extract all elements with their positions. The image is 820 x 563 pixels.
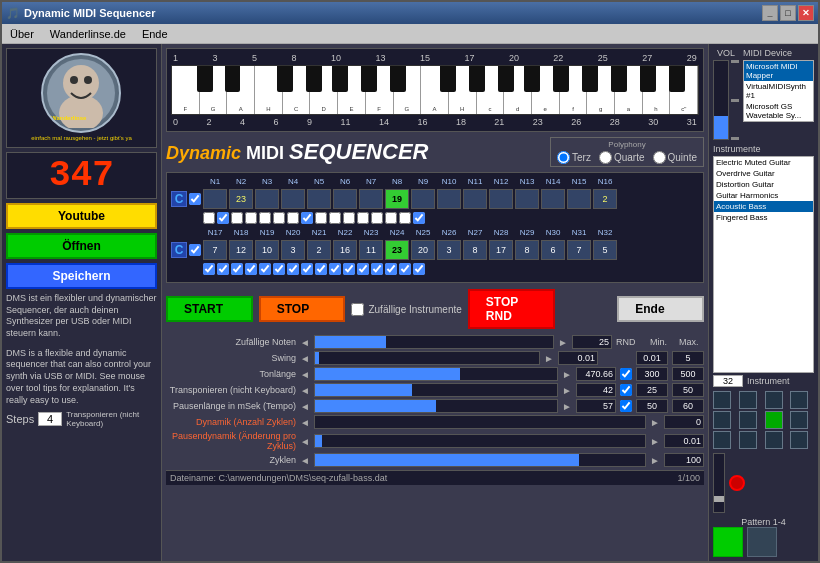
seq-cell-1-8[interactable]: 19 xyxy=(385,189,409,209)
seq-cell-2-7[interactable]: 11 xyxy=(359,240,383,260)
seq-note-cb-2-9[interactable] xyxy=(315,263,327,275)
slider-cb-tonlaenge[interactable] xyxy=(620,368,632,380)
seq-cell-1-14[interactable] xyxy=(541,189,565,209)
instrumente-item-1[interactable]: Overdrive Guitar xyxy=(714,168,813,179)
polyphony-terz[interactable]: Terz xyxy=(557,151,591,164)
black-key-8[interactable] xyxy=(440,66,456,92)
seq-cell-2-8[interactable]: 23 xyxy=(385,240,409,260)
youtube-button[interactable]: Youtube xyxy=(6,203,157,229)
seq-cell-2-14[interactable]: 6 xyxy=(541,240,565,260)
menu-uber[interactable]: Über xyxy=(6,28,38,40)
grid-btn-11[interactable] xyxy=(765,431,783,449)
seq-note-cb-2-11[interactable] xyxy=(343,263,355,275)
instrumente-item-2[interactable]: Distortion Guitar xyxy=(714,179,813,190)
instrumente-item-3[interactable]: Guitar Harmonics xyxy=(714,190,813,201)
seq-cell-2-12[interactable]: 17 xyxy=(489,240,513,260)
seq-cell-2-16[interactable]: 5 xyxy=(593,240,617,260)
seq-cell-2-10[interactable]: 3 xyxy=(437,240,461,260)
seq-cell-1-2[interactable]: 23 xyxy=(229,189,253,209)
seq-note-cb-2-14[interactable] xyxy=(385,263,397,275)
seq-cell-2-2[interactable]: 12 xyxy=(229,240,253,260)
seq-note-cb-1-3[interactable] xyxy=(231,212,243,224)
black-key-15[interactable] xyxy=(640,66,656,92)
seq-cell-2-4[interactable]: 3 xyxy=(281,240,305,260)
grid-btn-12[interactable] xyxy=(790,431,808,449)
slider-track-pausenlaenge[interactable] xyxy=(314,399,558,413)
seq-note-cb-2-4[interactable] xyxy=(245,263,257,275)
steps-input[interactable] xyxy=(38,412,62,426)
instrumente-item-4[interactable]: Acoustic Bass xyxy=(714,201,813,212)
instrumente-item-5[interactable]: Fingered Bass xyxy=(714,212,813,223)
slider-track-transponieren[interactable] xyxy=(314,383,558,397)
pattern-gray-box[interactable] xyxy=(747,527,777,557)
seq-note-cb-2-1[interactable] xyxy=(203,263,215,275)
seq-note-cb-2-13[interactable] xyxy=(371,263,383,275)
seq-cell-2-13[interactable]: 8 xyxy=(515,240,539,260)
piano-keys[interactable]: F G A H C D E F G A H c d e f xyxy=(171,65,699,115)
polyphony-quarte[interactable]: Quarte xyxy=(599,151,645,164)
grid-btn-7[interactable] xyxy=(765,411,783,429)
seq-checkbox-2[interactable] xyxy=(189,244,201,256)
slider-track-pausendynamik[interactable] xyxy=(314,434,646,448)
maximize-button[interactable]: □ xyxy=(780,5,796,21)
grid-btn-10[interactable] xyxy=(739,431,757,449)
black-key-11[interactable] xyxy=(524,66,540,92)
seq-cell-1-4[interactable] xyxy=(281,189,305,209)
seq-cell-1-3[interactable] xyxy=(255,189,279,209)
seq-note-cb-2-15[interactable] xyxy=(399,263,411,275)
seq-note-cb-2-10[interactable] xyxy=(329,263,341,275)
vert-slider[interactable] xyxy=(713,453,725,513)
seq-note-cb-2-8[interactable] xyxy=(301,263,313,275)
ende-button[interactable]: Ende xyxy=(617,296,704,322)
seq-note-cb-2-3[interactable] xyxy=(231,263,243,275)
seq-note-cb-1-2[interactable] xyxy=(217,212,229,224)
stoprnd-button[interactable]: STOP RND xyxy=(468,289,555,329)
stop-button[interactable]: STOP xyxy=(259,296,346,322)
oeffnen-button[interactable]: Öffnen xyxy=(6,233,157,259)
seq-checkbox-1[interactable] xyxy=(189,193,201,205)
black-key-9[interactable] xyxy=(469,66,485,92)
grid-btn-6[interactable] xyxy=(739,411,757,429)
grid-btn-5[interactable] xyxy=(713,411,731,429)
minimize-button[interactable]: _ xyxy=(762,5,778,21)
black-key-13[interactable] xyxy=(582,66,598,92)
seq-cell-2-3[interactable]: 10 xyxy=(255,240,279,260)
seq-note-cb-2-16[interactable] xyxy=(413,263,425,275)
seq-cell-1-5[interactable] xyxy=(307,189,331,209)
seq-c-button-1[interactable]: C xyxy=(171,191,187,207)
menu-wanderlinse[interactable]: Wanderlinse.de xyxy=(46,28,130,40)
seq-cell-1-10[interactable] xyxy=(437,189,461,209)
black-key-5[interactable] xyxy=(332,66,348,92)
seq-cell-2-11[interactable]: 8 xyxy=(463,240,487,260)
black-key-12[interactable] xyxy=(553,66,569,92)
seq-note-cb-2-12[interactable] xyxy=(357,263,369,275)
slider-track-zuf-noten[interactable] xyxy=(314,335,554,349)
black-key-4[interactable] xyxy=(306,66,322,92)
grid-btn-3[interactable] xyxy=(765,391,783,409)
close-button[interactable]: ✕ xyxy=(798,5,814,21)
seq-c-button-2[interactable]: C xyxy=(171,242,187,258)
seq-note-cb-2-7[interactable] xyxy=(287,263,299,275)
slider-track-tonlaenge[interactable] xyxy=(314,367,558,381)
grid-btn-1[interactable] xyxy=(713,391,731,409)
seq-note-cb-1-13[interactable] xyxy=(371,212,383,224)
grid-btn-8[interactable] xyxy=(790,411,808,429)
midi-device-item-2[interactable]: Microsoft GS Wavetable Sy... xyxy=(744,101,813,121)
pattern-green-box[interactable] xyxy=(713,527,743,557)
black-key-3[interactable] xyxy=(277,66,293,92)
seq-cell-1-6[interactable] xyxy=(333,189,357,209)
instrument-num-input[interactable] xyxy=(713,375,743,387)
black-key-7[interactable] xyxy=(390,66,406,92)
seq-cell-2-1[interactable]: 7 xyxy=(203,240,227,260)
slider-track-dynamik[interactable] xyxy=(314,415,646,429)
black-key-2[interactable] xyxy=(225,66,241,92)
slider-cb-transponieren[interactable] xyxy=(620,384,632,396)
seq-cell-2-6[interactable]: 16 xyxy=(333,240,357,260)
black-key-1[interactable] xyxy=(197,66,213,92)
seq-cell-1-15[interactable] xyxy=(567,189,591,209)
grid-btn-9[interactable] xyxy=(713,431,731,449)
seq-note-cb-1-4[interactable] xyxy=(245,212,257,224)
seq-note-cb-1-9[interactable] xyxy=(315,212,327,224)
seq-cell-2-15[interactable]: 7 xyxy=(567,240,591,260)
black-key-6[interactable] xyxy=(361,66,377,92)
